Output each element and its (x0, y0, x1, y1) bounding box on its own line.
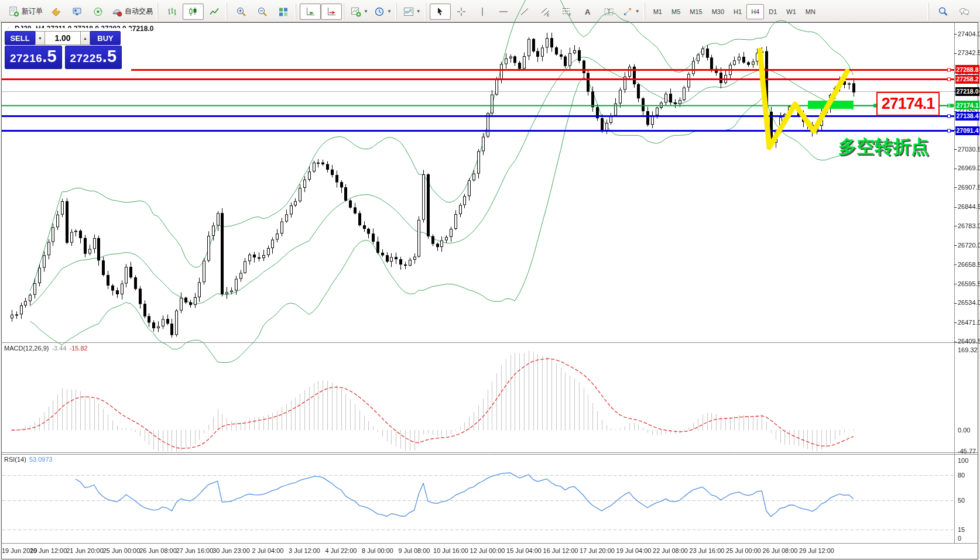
time-axis-label: 27 Jun 16:00 (176, 547, 214, 554)
buy-price-frac: .5 (102, 49, 116, 64)
volume-decrease-button[interactable]: ▼ (35, 31, 45, 45)
sell-price-frac: .5 (42, 49, 56, 64)
price-callout-label[interactable]: 27174.1 (876, 92, 940, 116)
one-click-trade-panel: SELL ▼ 1.00 ▲ BUY 27216 .5 27225 .5 (5, 31, 122, 69)
buy-price-main: 27225 (70, 52, 102, 65)
sell-price-main: 27216 (10, 52, 42, 65)
buy-price-button[interactable]: 27225 .5 (65, 46, 122, 69)
mt4-window: 新订单 自动交易 (0, 0, 980, 560)
time-axis-label: 10 Jul 16:00 (433, 547, 468, 554)
time-axis-label: 26 Jul 08:00 (763, 547, 798, 554)
time-axis-label: 15 Jul 04:00 (506, 547, 542, 554)
chart-canvas[interactable] (0, 0, 980, 560)
time-axis-label: 9 Jul 08:00 (399, 547, 430, 554)
sell-button[interactable]: SELL (5, 31, 35, 45)
time-axis-label: 8 Jul 00:00 (362, 547, 393, 554)
time-axis-label: 30 Jun 23:00 (213, 547, 250, 554)
time-axis-label: 19 Jul 04:00 (616, 547, 652, 554)
buy-button[interactable]: BUY (90, 31, 121, 45)
volume-input[interactable]: 1.00 (45, 31, 80, 45)
time-axis-label: 2 Jul 04:00 (252, 547, 284, 554)
time-axis-label: 23 Jul 16:00 (690, 547, 725, 554)
time-axis-label: 21 Jun 20:00 (66, 547, 104, 554)
time-axis-label: 25 Jun 00:00 (103, 547, 141, 554)
annotation-note-text[interactable]: 多空转折点 (838, 135, 929, 159)
volume-increase-button[interactable]: ▲ (80, 31, 90, 45)
time-axis-label: 17 Jul 20:00 (580, 547, 615, 554)
time-axis[interactable]: 19 Jun 201920 Jun 12:0021 Jun 20:0025 Ju… (0, 544, 954, 559)
time-axis-label: 25 Jul 00:00 (726, 547, 761, 554)
time-axis-label: 16 Jul 12:00 (543, 547, 578, 554)
sell-price-button[interactable]: 27216 .5 (5, 46, 62, 69)
time-axis-label: 26 Jun 08:00 (139, 547, 177, 554)
time-axis-label: 22 Jul 08:00 (653, 547, 688, 554)
time-axis-label: 3 Jul 12:00 (289, 547, 320, 554)
time-axis-label: 29 Jul 12:00 (799, 547, 834, 554)
price-axis[interactable] (955, 23, 980, 543)
time-axis-label: 20 Jun 12:00 (30, 547, 67, 554)
time-axis-label: 12 Jul 00:00 (470, 547, 505, 554)
time-axis-label: 4 Jul 22:00 (325, 547, 357, 554)
